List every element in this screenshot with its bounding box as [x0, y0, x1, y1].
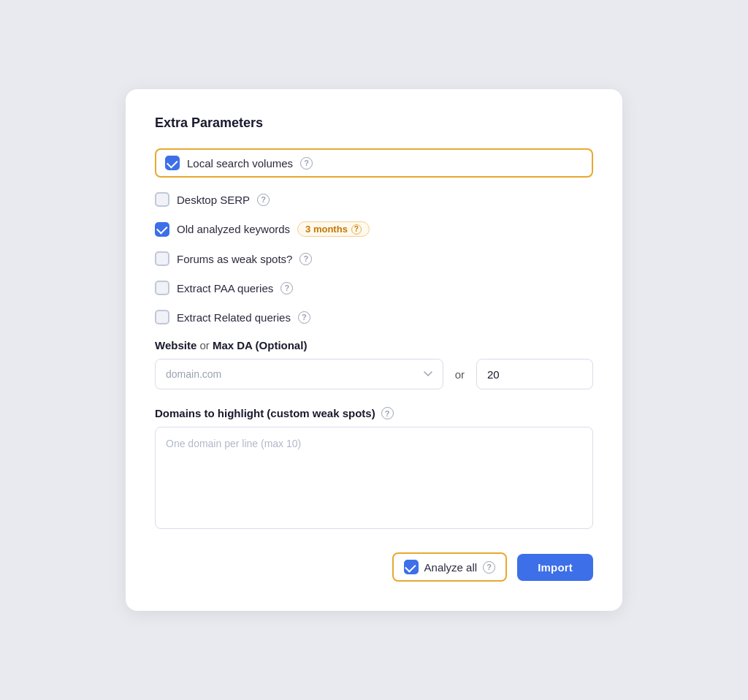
extra-parameters-card: Extra Parameters Local search volumes ? …: [126, 89, 622, 611]
analyze-all-label: Analyze all: [424, 561, 478, 574]
checkbox-analyze-all[interactable]: [404, 560, 419, 574]
help-icon-extract-related-queries[interactable]: ?: [298, 311, 310, 324]
website-label-suffix: Max DA (Optional): [213, 339, 307, 351]
checkbox-forums-as-weak-spots[interactable]: [155, 251, 169, 266]
website-section: Website or Max DA (Optional) domain.com …: [155, 339, 593, 389]
help-icon-forums-as-weak-spots[interactable]: ?: [299, 253, 312, 265]
import-button[interactable]: Import: [517, 554, 593, 581]
domains-section: Domains to highlight (custom weak spots)…: [155, 407, 593, 532]
domains-textarea[interactable]: [155, 427, 593, 529]
option-row-desktop-serp: Desktop SERP ?: [155, 192, 593, 207]
website-label-prefix: Website: [155, 339, 196, 351]
help-icon-domains[interactable]: ?: [381, 407, 394, 419]
domain-select[interactable]: domain.com: [155, 359, 443, 389]
option-row-extract-related-queries: Extract Related queries ?: [155, 310, 593, 324]
section-title: Extra Parameters: [155, 115, 593, 131]
badge-months: 3 months ?: [297, 221, 370, 237]
website-field-label: Website or Max DA (Optional): [155, 339, 593, 351]
website-label-or: or: [199, 339, 213, 351]
checkbox-desktop-serp[interactable]: [155, 192, 169, 207]
option-label-local-search-volumes: Local search volumes: [187, 157, 293, 170]
max-da-input[interactable]: [476, 359, 593, 389]
help-icon-analyze-all[interactable]: ?: [483, 561, 495, 574]
domains-label-row: Domains to highlight (custom weak spots)…: [155, 407, 593, 419]
checkbox-extract-paa-queries[interactable]: [155, 281, 169, 295]
or-divider: or: [455, 368, 465, 381]
help-icon-extract-paa-queries[interactable]: ?: [280, 282, 293, 294]
option-row-extract-paa-queries: Extract PAA queries ?: [155, 281, 593, 295]
help-icon-desktop-serp[interactable]: ?: [257, 194, 270, 206]
checkbox-local-search-volumes[interactable]: [165, 156, 180, 170]
domains-field-label: Domains to highlight (custom weak spots): [155, 407, 375, 419]
option-row-local-search-volumes: Local search volumes ?: [155, 148, 593, 178]
option-row-forums-as-weak-spots: Forums as weak spots? ?: [155, 251, 593, 266]
option-label-extract-related-queries: Extract Related queries: [177, 311, 291, 324]
help-icon-local-search-volumes[interactable]: ?: [300, 157, 313, 170]
option-label-forums-as-weak-spots: Forums as weak spots?: [177, 253, 292, 265]
checkbox-old-analyzed-keywords[interactable]: [155, 222, 169, 237]
help-icon-old-analyzed-keywords[interactable]: ?: [351, 224, 362, 235]
website-input-row: domain.com or: [155, 359, 593, 389]
option-label-extract-paa-queries: Extract PAA queries: [177, 282, 273, 294]
analyze-all-container: Analyze all ?: [392, 552, 508, 582]
option-label-desktop-serp: Desktop SERP: [177, 194, 250, 206]
badge-months-text: 3 months: [305, 224, 348, 235]
checkbox-extract-related-queries[interactable]: [155, 310, 169, 324]
bottom-row: Analyze all ? Import: [155, 552, 593, 582]
option-label-old-analyzed-keywords: Old analyzed keywords: [177, 223, 290, 235]
option-row-old-analyzed-keywords: Old analyzed keywords 3 months ?: [155, 221, 593, 237]
